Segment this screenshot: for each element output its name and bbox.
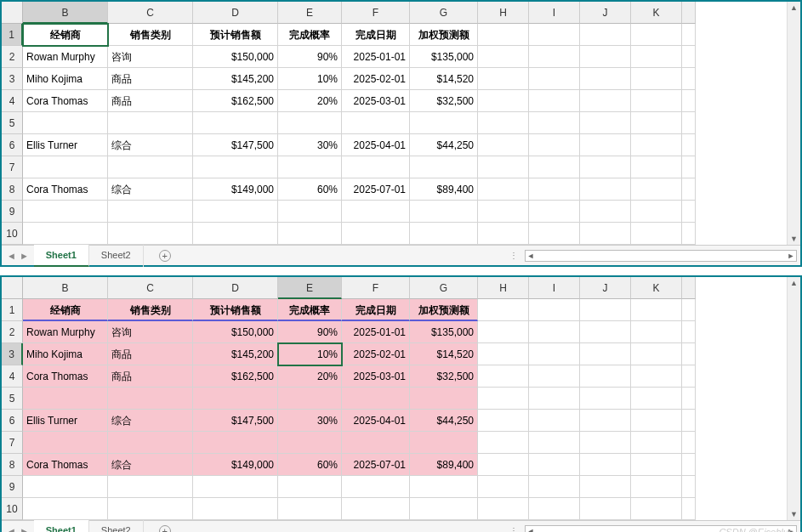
cell-H4[interactable] [478, 365, 529, 388]
add-sheet-button[interactable]: + [144, 246, 186, 266]
cell-H5[interactable] [478, 112, 529, 134]
cell-F3[interactable]: 2025-02-01 [342, 68, 410, 90]
col-header-H[interactable]: H [478, 277, 529, 299]
cell-B4[interactable]: Cora Thomas [23, 365, 108, 388]
cell-D2[interactable]: $150,000 [193, 46, 278, 68]
col-header-I[interactable]: I [529, 2, 580, 24]
cell-E2[interactable]: 90% [278, 46, 342, 68]
row-header-4[interactable]: 4 [2, 90, 23, 112]
cell-C5[interactable] [108, 112, 193, 134]
row-header-7[interactable]: 7 [2, 432, 23, 454]
cell-I3[interactable] [529, 68, 580, 90]
cell-C2[interactable]: 咨询 [108, 46, 193, 68]
cell-H1[interactable] [478, 299, 529, 321]
cell-B1[interactable]: 经销商 [23, 299, 108, 321]
row-header-10[interactable]: 10 [2, 498, 23, 520]
cell-C9[interactable] [108, 201, 193, 223]
vertical-scrollbar[interactable]: ▲▼ [787, 2, 800, 245]
cell-D3[interactable]: $145,200 [193, 343, 278, 365]
cell-B5[interactable] [23, 112, 108, 134]
row-header-2[interactable]: 2 [2, 321, 23, 343]
cell-H3[interactable] [478, 68, 529, 90]
cell-G7[interactable] [410, 432, 478, 454]
cell-I4[interactable] [529, 90, 580, 112]
row-header-3[interactable]: 3 [2, 68, 23, 90]
cell-D8[interactable]: $149,000 [193, 178, 278, 201]
cell-J9[interactable] [580, 476, 631, 498]
cell-I8[interactable] [529, 454, 580, 476]
cell-I2[interactable] [529, 321, 580, 343]
row-header-2[interactable]: 2 [2, 46, 23, 68]
row-header-6[interactable]: 6 [2, 134, 23, 156]
col-header-C[interactable]: C [108, 277, 193, 299]
horizontal-scrollbar[interactable]: ◄► [525, 250, 797, 262]
col-header-D[interactable]: D [193, 2, 278, 24]
cell-D9[interactable] [193, 476, 278, 498]
cell-E5[interactable] [278, 388, 342, 410]
cell-G9[interactable] [410, 476, 478, 498]
cell-C4[interactable]: 商品 [108, 90, 193, 112]
cell-C10[interactable] [108, 498, 193, 520]
cell-K7[interactable] [631, 156, 682, 178]
col-header-B[interactable]: B [23, 2, 108, 24]
cell-B9[interactable] [23, 201, 108, 223]
cell-J7[interactable] [580, 432, 631, 454]
cell-I10[interactable] [529, 223, 580, 245]
cell-C6[interactable]: 综合 [108, 410, 193, 432]
col-header-J[interactable]: J [580, 2, 631, 24]
cell-G2[interactable]: $135,000 [410, 46, 478, 68]
cell-H2[interactable] [478, 321, 529, 343]
cell-C4[interactable]: 商品 [108, 365, 193, 388]
cell-G8[interactable]: $89,400 [410, 178, 478, 201]
col-header-E[interactable]: E [278, 277, 342, 299]
cell-I6[interactable] [529, 410, 580, 432]
tab-nav-prev-icon[interactable]: ◄ [5, 251, 18, 261]
tab-nav-prev-icon[interactable]: ◄ [5, 526, 18, 533]
cell-D5[interactable] [193, 388, 278, 410]
cell-H1[interactable] [478, 24, 529, 46]
row-header-10[interactable]: 10 [2, 223, 23, 245]
cell-B1[interactable]: 经销商 [23, 24, 108, 46]
scroll-down-icon[interactable]: ▼ [788, 233, 799, 245]
cell-B4[interactable]: Cora Thomas [23, 90, 108, 112]
cell-G6[interactable]: $44,250 [410, 410, 478, 432]
cell-C1[interactable]: 销售类别 [108, 299, 193, 321]
cell-E5[interactable] [278, 112, 342, 134]
cell-J6[interactable] [580, 410, 631, 432]
cell-K1[interactable] [631, 299, 682, 321]
scroll-right-icon[interactable]: ► [786, 527, 796, 533]
cell-D1[interactable]: 预计销售额 [193, 24, 278, 46]
cell-B8[interactable]: Cora Thomas [23, 454, 108, 476]
cell-F9[interactable] [342, 476, 410, 498]
tab-nav-next-icon[interactable]: ► [18, 526, 31, 533]
cell-J8[interactable] [580, 454, 631, 476]
cell-E4[interactable]: 20% [278, 90, 342, 112]
cell-F2[interactable]: 2025-01-01 [342, 321, 410, 343]
cell-G2[interactable]: $135,000 [410, 321, 478, 343]
cell-H6[interactable] [478, 410, 529, 432]
cell-E10[interactable] [278, 223, 342, 245]
cell-K7[interactable] [631, 432, 682, 454]
row-header-4[interactable]: 4 [2, 365, 23, 388]
cell-I1[interactable] [529, 24, 580, 46]
cell-I7[interactable] [529, 432, 580, 454]
col-header-J[interactable]: J [580, 277, 631, 299]
cell-H7[interactable] [478, 432, 529, 454]
cell-C6[interactable]: 综合 [108, 134, 193, 156]
cell-B3[interactable]: Miho Kojima [23, 343, 108, 365]
cell-G10[interactable] [410, 223, 478, 245]
scroll-down-icon[interactable]: ▼ [788, 508, 799, 520]
cell-J4[interactable] [580, 365, 631, 388]
cell-K4[interactable] [631, 90, 682, 112]
cell-E6[interactable]: 30% [278, 410, 342, 432]
row-header-7[interactable]: 7 [2, 156, 23, 178]
scroll-left-icon[interactable]: ◄ [526, 527, 536, 533]
scroll-up-icon[interactable]: ▲ [788, 277, 799, 289]
scroll-right-icon[interactable]: ► [786, 252, 796, 260]
cell-H3[interactable] [478, 343, 529, 365]
cell-I9[interactable] [529, 476, 580, 498]
cell-H6[interactable] [478, 134, 529, 156]
cell-J1[interactable] [580, 24, 631, 46]
cell-H10[interactable] [478, 223, 529, 245]
cell-I8[interactable] [529, 178, 580, 201]
